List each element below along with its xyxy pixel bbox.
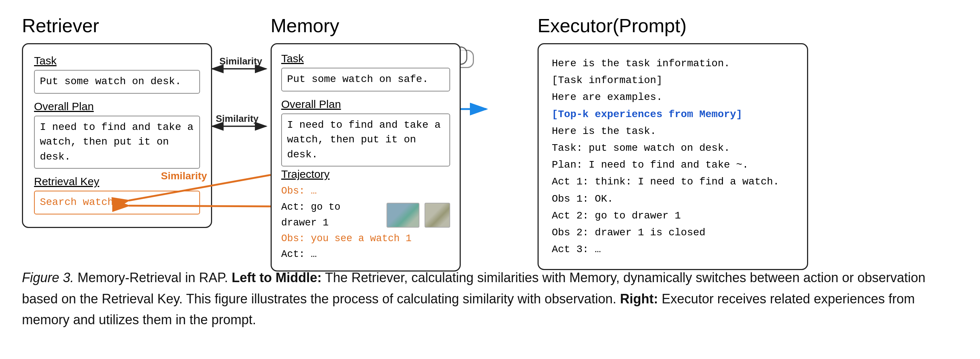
retriever-plan-label: Overall Plan [34, 100, 200, 113]
memory-title: Memory [270, 14, 339, 37]
retriever-section: Retriever Task Put some watch on desk. O… [22, 14, 227, 228]
executor-line2: [Task information] [552, 72, 794, 89]
executor-line6: Task: put some watch on desk. [552, 140, 794, 156]
memory-act2: Act: … [281, 247, 450, 262]
retriever-title: Retriever [22, 14, 99, 37]
memory-obs1: Obs: … [281, 183, 450, 199]
executor-section: Executor(Prompt) Here is the task inform… [538, 14, 815, 270]
memory-task-label: Task [281, 52, 450, 65]
executor-line9: Obs 1: OK. [552, 191, 794, 207]
caption-figure-label: Figure 3. [22, 270, 74, 285]
executor-line8: Act 1: think: I need to find a watch. [552, 174, 794, 190]
executor-box: Here is the task information. [Task info… [538, 43, 808, 270]
executor-line5: Here is the task. [552, 123, 794, 140]
executor-line1: Here is the task information. [552, 55, 794, 72]
memory-obs2: Obs: you see a watch 1 [281, 231, 450, 247]
memory-stack: Task Put some watch on safe. Overall Pla… [270, 43, 476, 255]
memory-plan-label: Overall Plan [281, 98, 450, 110]
memory-traj-label: Trajectory [281, 168, 450, 180]
diagram-area: Retriever Task Put some watch on desk. O… [22, 14, 958, 249]
retriever-key-label: Retrieval Key [34, 175, 200, 188]
memory-img1 [387, 203, 419, 228]
caption-text1: Memory-Retrieval in RAP. [78, 270, 231, 285]
memory-task-value: Put some watch on safe. [281, 68, 450, 91]
executor-line3: Here are examples. [552, 89, 794, 106]
executor-title: Executor(Prompt) [538, 14, 686, 37]
caption: Figure 3. Memory-Retrieval in RAP. Left … [22, 267, 958, 330]
executor-line7: Plan: I need to find and take ~. [552, 156, 794, 174]
executor-line4: [Top-k experiences from Memory] [552, 106, 794, 123]
retriever-box: Task Put some watch on desk. Overall Pla… [22, 43, 212, 228]
executor-line11: Obs 2: drawer 1 is closed [552, 224, 794, 241]
memory-plan-value: I need to find and take a watch, then pu… [281, 113, 450, 167]
memory-card-front: Task Put some watch on safe. Overall Pla… [270, 43, 461, 271]
memory-act1: Act: go to drawer 1 [281, 199, 382, 231]
retriever-plan-value: I need to find and take a watch, then pu… [34, 116, 200, 169]
caption-bold2: Right: [620, 291, 658, 306]
retriever-task-label: Task [34, 54, 200, 67]
retriever-key-value: Search watch [34, 191, 200, 214]
caption-bold1: Left to Middle: [232, 270, 322, 285]
retriever-task-value: Put some watch on desk. [34, 70, 200, 94]
memory-img2 [425, 203, 450, 228]
executor-line10: Act 2: go to drawer 1 [552, 207, 794, 224]
executor-line12: Act 3: … [552, 241, 794, 258]
memory-section: Memory Task Put some watch on safe. Over… [270, 14, 497, 255]
memory-act1-row: Act: go to drawer 1 [281, 199, 450, 231]
